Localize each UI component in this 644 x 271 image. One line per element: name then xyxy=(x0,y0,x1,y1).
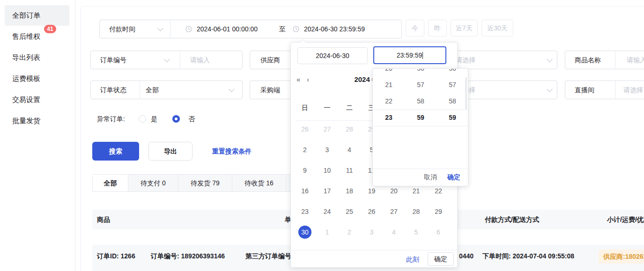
quick-range-today-button[interactable]: 今 xyxy=(406,20,424,37)
quick-range-7d-button[interactable]: 近7天 xyxy=(451,20,478,37)
now-link[interactable]: 此刻 xyxy=(406,252,419,266)
abnormal-yes-label[interactable]: 是 xyxy=(151,111,157,126)
live-room-label: 直播间 xyxy=(575,81,594,99)
sidebar-item-1[interactable]: 全部订单 xyxy=(5,5,69,26)
tab-1[interactable]: 全部 xyxy=(93,175,128,191)
clock-icon xyxy=(293,26,299,32)
text-cursor xyxy=(422,52,423,59)
day-cell[interactable]: 16 xyxy=(294,182,316,200)
export-button[interactable]: 导出 xyxy=(148,142,192,161)
time-option-seconds[interactable]: 58 xyxy=(437,93,468,110)
supplier-tag: 供应商:180263 xyxy=(599,249,644,264)
day-cell[interactable]: 17 xyxy=(316,182,339,200)
day-cell[interactable]: 18 xyxy=(338,182,361,200)
quick-range-yesterday-button[interactable]: 昨 xyxy=(428,20,447,37)
weekday-label: 日 xyxy=(294,101,316,115)
day-cell[interactable]: 26 xyxy=(361,202,383,221)
day-cell[interactable]: 2 xyxy=(338,223,361,242)
time-option-hours[interactable]: 22 xyxy=(373,93,405,110)
day-cell-selected[interactable]: 30 xyxy=(294,223,316,242)
day-cell[interactable]: 23 xyxy=(294,202,316,221)
tab-3[interactable]: 待发货 79 xyxy=(178,175,232,191)
search-button[interactable]: 搜索 xyxy=(92,142,139,161)
third-party-order-no-suffix: 0440 xyxy=(459,251,474,261)
order-status-select[interactable]: 全部 xyxy=(146,81,159,99)
order-status-filter-group: 订单状态 全部 xyxy=(90,81,243,99)
end-datetime-input[interactable]: 2024-06-30 23:59:59 xyxy=(304,20,365,38)
time-option-seconds[interactable]: 59 xyxy=(437,110,468,126)
order-id: 订单ID: 1266 xyxy=(97,251,135,261)
live-room-select[interactable]: 请选择 xyxy=(623,81,643,99)
chevron-down-icon xyxy=(229,86,235,92)
day-cell[interactable]: 2 xyxy=(294,140,316,159)
abnormal-no-radio[interactable] xyxy=(172,115,180,123)
time-option-minutes[interactable]: 57 xyxy=(405,77,437,93)
chevron-down-icon xyxy=(547,56,553,62)
supplier-select[interactable]: 请选择 xyxy=(456,51,475,69)
col-payment-delivery: 付款方式/配送方式 xyxy=(485,210,539,229)
day-cell[interactable]: 28 xyxy=(405,202,428,221)
day-cell[interactable]: 6 xyxy=(427,223,450,242)
abnormal-yes-radio[interactable] xyxy=(139,115,146,123)
day-cell[interactable]: 24 xyxy=(316,202,339,221)
pay-time-field-select[interactable]: 付款时间 xyxy=(109,20,135,38)
live-room-filter-group: 直播间 请选择 xyxy=(565,81,644,99)
order-no-filter-group: 订单编号 请输入 xyxy=(90,51,243,69)
sidebar-item-6[interactable]: 批量发货 xyxy=(5,110,69,131)
sidebar-item-4[interactable]: 运费模板 xyxy=(5,68,69,89)
day-cell[interactable]: 27 xyxy=(316,120,339,139)
sidebar-item-2[interactable]: 售后维权 xyxy=(5,26,69,47)
time-option-seconds[interactable]: 57 xyxy=(437,77,468,93)
time-option-minutes[interactable]: 58 xyxy=(405,93,437,110)
tab-2[interactable]: 待支付 0 xyxy=(128,175,178,191)
day-cell[interactable]: 28 xyxy=(338,120,361,139)
time-option-hours[interactable]: 21 xyxy=(373,77,405,93)
picker-time-input[interactable]: 23:59:59 xyxy=(373,46,446,64)
chevron-down-icon xyxy=(157,25,163,31)
picker-confirm-button[interactable]: 确定 xyxy=(428,252,454,266)
divider xyxy=(615,81,615,99)
time-panel-footer: 取消 确定 xyxy=(373,168,468,186)
order-no-field-select[interactable]: 订单编号 xyxy=(100,51,126,69)
day-cell[interactable]: 1 xyxy=(316,223,339,242)
start-datetime-input[interactable]: 2024-06-01 00:00:00 xyxy=(197,20,258,38)
time-option-minutes[interactable]: 56 xyxy=(405,69,437,77)
time-option-minutes[interactable]: 59 xyxy=(405,110,437,126)
sidebar: 全部订单售后维权41导出列表运费模板交易设置批量发货 xyxy=(0,0,75,271)
time-confirm-button[interactable]: 确定 xyxy=(447,168,460,186)
product-name-input[interactable]: 请输入 xyxy=(627,51,644,69)
time-option-hours[interactable]: 23 xyxy=(373,110,405,126)
day-cell[interactable]: 9 xyxy=(294,161,316,180)
order-no-input[interactable]: 请输入 xyxy=(190,51,210,69)
day-cell[interactable]: 27 xyxy=(383,202,405,221)
tab-4[interactable]: 待收货 16 xyxy=(232,175,286,191)
time-cancel-button[interactable]: 取消 xyxy=(424,168,437,186)
picker-date-input[interactable]: 2024-06-30 xyxy=(297,47,368,64)
time-option-seconds[interactable]: 56 xyxy=(437,69,468,77)
supplier-label: 供应商 xyxy=(260,51,280,69)
product-name-label: 商品名称 xyxy=(575,51,601,69)
quick-range-30d-button[interactable]: 近30天 xyxy=(481,20,513,37)
sidebar-badge: 41 xyxy=(44,25,56,33)
col-product: 商品 xyxy=(97,210,110,229)
sidebar-item-5[interactable]: 交易设置 xyxy=(5,89,69,110)
divider xyxy=(373,126,468,126)
day-cell[interactable]: 4 xyxy=(383,223,405,242)
purchaser-label: 采购端 xyxy=(260,81,280,99)
day-cell[interactable]: 3 xyxy=(361,223,383,242)
divider xyxy=(140,81,140,99)
time-option-hours[interactable]: 20 xyxy=(373,69,405,77)
day-cell[interactable]: 25 xyxy=(338,202,361,221)
day-cell[interactable]: 29 xyxy=(427,202,450,221)
day-cell[interactable]: 11 xyxy=(338,161,361,180)
day-cell[interactable]: 4 xyxy=(338,140,361,159)
day-cell[interactable]: 3 xyxy=(316,140,339,159)
range-separator: 至 xyxy=(279,20,286,38)
day-cell[interactable]: 10 xyxy=(316,161,339,180)
day-cell[interactable]: 5 xyxy=(405,223,428,242)
abnormal-no-label[interactable]: 否 xyxy=(188,111,195,126)
reset-search-link[interactable]: 重置搜索条件 xyxy=(212,142,252,161)
third-party-order-no: 第三方订单编号: xyxy=(245,251,294,261)
sidebar-item-3[interactable]: 导出列表 xyxy=(5,47,69,68)
day-cell[interactable]: 26 xyxy=(294,120,316,139)
